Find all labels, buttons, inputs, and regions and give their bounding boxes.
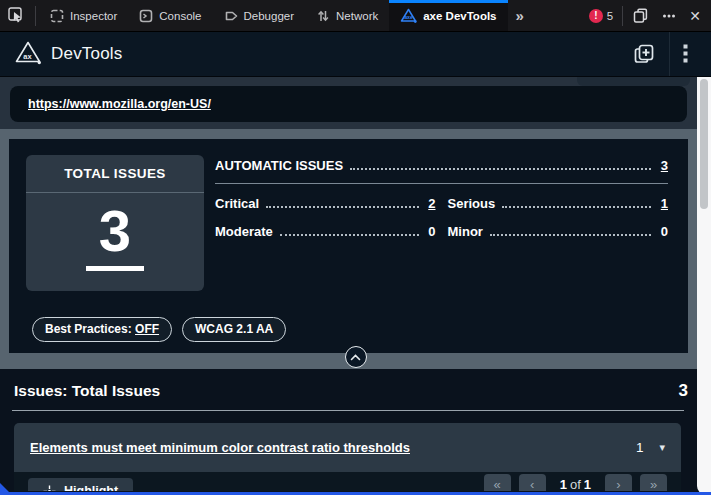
inspector-icon bbox=[50, 9, 64, 23]
chevron-up-icon bbox=[350, 354, 361, 361]
issue-title-link[interactable]: Elements must meet minimum color contras… bbox=[30, 440, 636, 455]
split-console-button[interactable] bbox=[626, 8, 655, 23]
best-practices-state: OFF bbox=[135, 322, 159, 336]
stat-label: Moderate bbox=[215, 224, 273, 239]
current-page: 1 bbox=[560, 477, 567, 491]
axe-panel-header: ax DevTools bbox=[0, 32, 711, 77]
tab-network[interactable]: Network bbox=[305, 0, 389, 31]
scanned-page-link[interactable]: https://www.mozilla.org/en-US/ bbox=[28, 97, 211, 111]
stat-row-moderate: Moderate 0 bbox=[215, 224, 436, 239]
wcag-standard-badge[interactable]: WCAG 2.1 AA bbox=[182, 317, 286, 342]
svg-text:ax: ax bbox=[23, 52, 32, 61]
page-indicator: 1of1 bbox=[560, 477, 591, 491]
toolbar-separator bbox=[622, 6, 623, 26]
tab-label: Console bbox=[159, 10, 201, 22]
total-issues-value-link[interactable]: 3 bbox=[86, 198, 144, 271]
prev-page-button[interactable]: ‹ bbox=[519, 474, 546, 492]
automatic-issues-value-link[interactable]: 3 bbox=[658, 158, 668, 173]
stat-label: Critical bbox=[215, 196, 259, 211]
devtools-tabbar: Inspector Console Debugger Network axe a… bbox=[0, 0, 711, 32]
stat-row-serious: Serious 1 bbox=[448, 196, 669, 211]
url-box: https://www.mozilla.org/en-US/ bbox=[10, 86, 687, 122]
first-page-button[interactable]: « bbox=[484, 474, 511, 492]
stat-value-link[interactable]: 1 bbox=[658, 196, 668, 211]
chevron-down-icon[interactable]: ▾ bbox=[659, 441, 665, 454]
error-icon: ! bbox=[589, 9, 603, 23]
next-page-button[interactable]: › bbox=[605, 474, 632, 492]
panel-title: DevTools bbox=[51, 44, 123, 64]
total-pages: 1 bbox=[584, 477, 591, 491]
stat-value: 0 bbox=[658, 224, 668, 239]
dotted-leader bbox=[280, 234, 419, 236]
axe-tab-icon: axe bbox=[400, 8, 417, 23]
highlight-button[interactable]: Highlight bbox=[28, 478, 133, 491]
collapse-summary-button[interactable] bbox=[345, 346, 367, 368]
node-picker-button[interactable] bbox=[0, 0, 32, 31]
svg-text:axe: axe bbox=[404, 14, 413, 20]
axe-logo-icon: ax bbox=[14, 40, 42, 69]
last-page-button[interactable]: » bbox=[640, 474, 667, 492]
debugger-icon bbox=[224, 9, 238, 23]
scrollbar-thumb[interactable] bbox=[700, 79, 708, 209]
issues-section: Issues: Total Issues 3 Elements must mee… bbox=[0, 369, 711, 494]
tab-label: Inspector bbox=[70, 10, 117, 22]
dotted-leader bbox=[350, 168, 651, 170]
stat-value-link[interactable]: 2 bbox=[426, 196, 436, 211]
axe-panel-content: https://www.mozilla.org/en-US/ TOTAL ISS… bbox=[0, 77, 711, 494]
summary-panel: TOTAL ISSUES 3 AUTOMATIC ISSUES 3 bbox=[9, 139, 688, 353]
highlight-corner bbox=[0, 483, 9, 492]
kebab-menu-button[interactable] bbox=[670, 32, 701, 76]
tab-label: axe DevTools bbox=[423, 10, 496, 22]
highlight-label: Highlight bbox=[64, 484, 118, 491]
console-icon bbox=[139, 9, 153, 23]
issue-stats: AUTOMATIC ISSUES 3 Critical 2 bbox=[215, 155, 668, 291]
network-icon bbox=[316, 9, 330, 23]
issues-divider bbox=[12, 410, 684, 411]
dotted-leader bbox=[266, 206, 418, 208]
stats-divider bbox=[215, 183, 668, 184]
tab-label: Debugger bbox=[244, 10, 295, 22]
meatball-menu-button[interactable] bbox=[655, 9, 683, 23]
stat-label: Serious bbox=[448, 196, 496, 211]
page-of-label: of bbox=[567, 477, 584, 491]
best-practices-toggle[interactable]: Best Practices: OFF bbox=[32, 317, 172, 342]
summary-zone: TOTAL ISSUES 3 AUTOMATIC ISSUES 3 bbox=[0, 129, 711, 369]
toolbar-right-group: ! 5 ✕ bbox=[583, 0, 711, 31]
dotted-leader bbox=[490, 234, 651, 236]
tab-inspector[interactable]: Inspector bbox=[39, 0, 128, 31]
tab-console[interactable]: Console bbox=[128, 0, 212, 31]
add-page-icon bbox=[632, 42, 656, 66]
highlight-crosshair-icon bbox=[43, 485, 56, 492]
vertical-scrollbar[interactable] bbox=[697, 77, 711, 495]
close-icon: ✕ bbox=[689, 8, 701, 24]
wcag-standard-label: WCAG 2.1 AA bbox=[195, 322, 273, 336]
issues-heading: Issues: Total Issues bbox=[14, 382, 160, 400]
node-picker-icon bbox=[8, 7, 24, 25]
issue-card-body: Highlight « ‹ 1of1 › » bbox=[14, 472, 681, 491]
stat-label: Minor bbox=[448, 224, 483, 239]
kebab-menu-icon bbox=[683, 44, 688, 64]
issue-card-header[interactable]: Elements must meet minimum color contras… bbox=[14, 423, 681, 472]
toolbar-separator bbox=[35, 6, 36, 26]
close-devtools-button[interactable]: ✕ bbox=[683, 8, 711, 24]
issues-total-count: 3 bbox=[679, 381, 688, 401]
split-console-icon bbox=[633, 8, 648, 23]
devtools-window: Inspector Console Debugger Network axe a… bbox=[0, 0, 711, 495]
tab-axe-devtools[interactable]: axe axe DevTools bbox=[389, 0, 507, 31]
error-count: 5 bbox=[607, 10, 613, 22]
filter-badges: Best Practices: OFF WCAG 2.1 AA bbox=[26, 317, 668, 342]
tab-debugger[interactable]: Debugger bbox=[213, 0, 306, 31]
stat-value: 0 bbox=[426, 224, 436, 239]
scrolled-element-peek bbox=[577, 77, 690, 86]
new-scan-button[interactable] bbox=[619, 32, 669, 76]
tab-overflow-chevron-icon[interactable]: » bbox=[508, 0, 532, 31]
meatball-menu-icon bbox=[662, 9, 676, 23]
stat-row-critical: Critical 2 bbox=[215, 196, 436, 211]
automatic-issues-label: AUTOMATIC ISSUES bbox=[215, 158, 343, 173]
best-practices-label: Best Practices: bbox=[45, 322, 135, 336]
console-error-badge[interactable]: ! 5 bbox=[583, 9, 619, 23]
tab-label: Network bbox=[336, 10, 378, 22]
issue-pagination: « ‹ 1of1 › » bbox=[484, 478, 667, 491]
issue-card: Elements must meet minimum color contras… bbox=[14, 423, 681, 491]
automatic-issues-row: AUTOMATIC ISSUES 3 bbox=[215, 158, 668, 173]
